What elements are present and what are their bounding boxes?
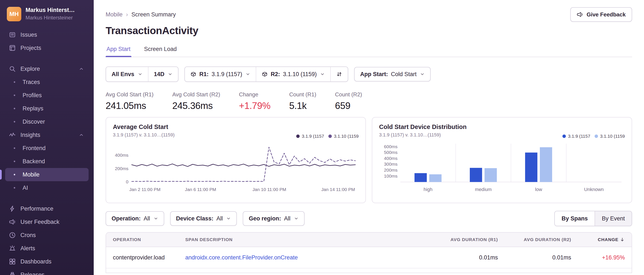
app-start-type-button[interactable]: App Start: Cold Start: [354, 67, 430, 81]
lightning-icon: [8, 205, 16, 212]
megaphone-icon: [577, 11, 583, 18]
release-icon: [190, 71, 196, 77]
chart-subtitle: 3.1.9 (1157) v. 3.1.10…(1159): [379, 132, 466, 138]
col-avg-duration-r1[interactable]: AVG DURATION (R1): [408, 237, 498, 242]
svg-text:100ms: 100ms: [384, 173, 398, 178]
stat-value: 5.1k: [289, 100, 316, 111]
legend-item[interactable]: 3.1.9 (1157: [562, 134, 590, 139]
stat-label: Count (R1): [289, 91, 316, 98]
swap-icon: [336, 71, 342, 77]
r1-prefix: R1:: [199, 71, 209, 78]
sidebar-item-backend[interactable]: Backend: [5, 155, 88, 168]
device-class-value: All: [216, 215, 223, 222]
device-distribution-bar-chart[interactable]: 100ms200ms300ms400ms500ms600mshighmedium…: [379, 140, 625, 194]
sidebar-item-projects[interactable]: Projects: [5, 41, 88, 55]
bullet-icon: [11, 92, 18, 99]
operation-filter-button[interactable]: Operation: All: [106, 211, 164, 226]
tab-screen-load[interactable]: Screen Load: [143, 46, 178, 57]
legend-item[interactable]: 3.1.10 (1159: [328, 134, 359, 139]
env-date-group: All Envs 14D: [106, 67, 178, 82]
chevron-down-icon: [294, 216, 298, 221]
geo-region-filter-button[interactable]: Geo region: All: [243, 211, 304, 226]
chart-legend: 3.1.9 (11573.1.10 (1159: [562, 134, 625, 139]
sidebar-item-mobile[interactable]: Mobile: [5, 168, 88, 181]
sidebar-item-alerts[interactable]: Alerts: [5, 242, 88, 255]
sidebar-item-crons[interactable]: Crons: [5, 228, 88, 242]
sidebar-item-issues[interactable]: Issues: [5, 28, 88, 41]
org-switcher[interactable]: MH Markus Hinterst… Markus Hintersteiner: [5, 6, 88, 28]
svg-text:high: high: [424, 187, 432, 192]
give-feedback-label: Give Feedback: [586, 11, 626, 18]
give-feedback-button[interactable]: Give Feedback: [570, 7, 632, 22]
sort-arrow-down-icon: [620, 237, 625, 242]
cell-operation: contentprovider.load: [113, 254, 185, 261]
svg-text:300ms: 300ms: [384, 162, 398, 167]
cell-avg-duration-r2: 0.01ms: [498, 254, 571, 261]
swap-releases-button[interactable]: [330, 67, 348, 81]
breadcrumb: Mobile › Screen Summary: [106, 11, 176, 18]
cell-span-description[interactable]: androidx.core.content.FileProvider.onCre…: [185, 254, 408, 261]
sidebar-item-label: AI: [22, 185, 28, 191]
charts-row: Average Cold Start 3.1.9 (1157) v. 3.1.1…: [106, 117, 632, 203]
search-icon: [8, 66, 16, 72]
toggle-by-event[interactable]: By Event: [594, 211, 632, 226]
tab-app-start[interactable]: App Start: [106, 46, 132, 57]
sidebar-item-label: Discover: [22, 119, 45, 125]
sidebar-item-label: Projects: [20, 45, 41, 51]
user-name: Markus Hintersteiner: [26, 15, 75, 21]
stat-label: Avg Cold Start (R2): [172, 91, 220, 98]
sidebar-item-releases[interactable]: Releases: [5, 268, 88, 275]
col-operation[interactable]: OPERATION: [113, 237, 185, 242]
stat-avg-cold-start-r1: Avg Cold Start (R1)241.05ms: [106, 91, 154, 111]
sidebar-item-label: Backend: [22, 158, 45, 165]
chevron-down-icon: [154, 216, 158, 221]
chevron-down-icon: [320, 72, 325, 77]
legend-item[interactable]: 3.1.9 (1157: [296, 134, 324, 139]
col-change[interactable]: CHANGE: [571, 237, 625, 242]
release-compare-group: R1: 3.1.9 (1157) R2: 3.1.10 (1159): [184, 67, 348, 82]
svg-text:200ms: 200ms: [115, 166, 128, 171]
release-r1-button[interactable]: R1: 3.1.9 (1157): [185, 67, 256, 81]
sidebar-item-label: Traces: [22, 79, 40, 86]
sidebar-item-insights[interactable]: Insights: [5, 128, 88, 142]
sidebar-item-ai[interactable]: AI: [5, 181, 88, 194]
app-start-value: Cold Start: [391, 71, 416, 78]
svg-text:Jan 10 11:00 PM: Jan 10 11:00 PM: [252, 187, 286, 192]
legend-item[interactable]: 3.1.10 (1159: [594, 134, 625, 139]
sidebar-item-explore[interactable]: Explore: [5, 62, 88, 76]
breadcrumb-mobile[interactable]: Mobile: [106, 11, 123, 18]
sidebar-item-traces[interactable]: Traces: [5, 76, 88, 89]
sidebar-item-label: Mobile: [22, 171, 40, 178]
release-r2-button[interactable]: R2: 3.1.10 (1159): [256, 67, 330, 81]
sidebar-item-discover[interactable]: Discover: [5, 115, 88, 128]
sidebar-item-user-feedback[interactable]: User Feedback: [5, 215, 88, 228]
date-range-button[interactable]: 14D: [148, 67, 178, 81]
sidebar-item-dashboards[interactable]: Dashboards: [5, 255, 88, 268]
stat-avg-cold-start-r2: Avg Cold Start (R2)245.36ms: [172, 91, 220, 111]
bullet-icon: [11, 105, 18, 112]
sidebar-item-profiles[interactable]: Profiles: [5, 89, 88, 102]
org-text: Markus Hinterst… Markus Hintersteiner: [26, 7, 75, 21]
chevron-down-icon: [168, 72, 172, 77]
stats-row: Avg Cold Start (R1)241.05msAvg Cold Star…: [106, 91, 632, 111]
sidebar-item-frontend[interactable]: Frontend: [5, 142, 88, 155]
cold-start-line-chart[interactable]: 0200ms400msJan 2 11:00 PMJan 6 11:00 PMJ…: [113, 140, 359, 194]
svg-text:600ms: 600ms: [384, 144, 398, 149]
siren-icon: [8, 245, 16, 252]
col-span-description[interactable]: SPAN DESCRIPTION: [185, 237, 408, 242]
sidebar-item-replays[interactable]: Replays: [5, 102, 88, 115]
chart-header: Average Cold Start 3.1.9 (1157) v. 3.1.1…: [113, 123, 359, 139]
insights-icon: [8, 132, 16, 138]
env-filter-button[interactable]: All Envs: [106, 67, 148, 81]
sidebar-item-performance[interactable]: Performance: [5, 202, 88, 215]
col-avg-duration-r2[interactable]: AVG DURATION (R2): [498, 237, 571, 242]
device-class-filter-button[interactable]: Device Class: All: [170, 211, 237, 226]
chevron-down-icon: [138, 72, 142, 77]
svg-text:Unknown: Unknown: [584, 187, 604, 192]
toggle-by-spans[interactable]: By Spans: [555, 211, 594, 226]
svg-text:Jan 6 11:00 PM: Jan 6 11:00 PM: [185, 187, 216, 192]
stat-change: Change+1.79%: [239, 91, 270, 111]
stat-count-r1: Count (R1)5.1k: [289, 91, 316, 111]
table-body: contentprovider.loadandroidx.core.conten…: [106, 247, 632, 273]
sidebar-item-label: Profiles: [22, 92, 42, 99]
